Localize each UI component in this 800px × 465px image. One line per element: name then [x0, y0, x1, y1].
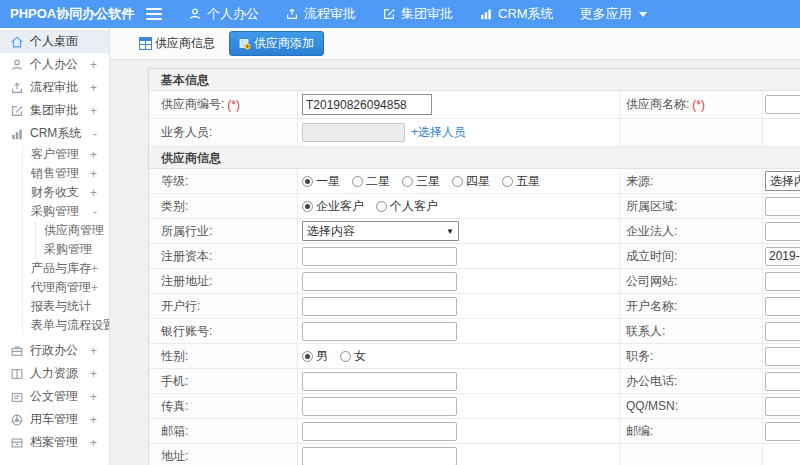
registered-address-input[interactable]	[302, 272, 457, 291]
postcode-label: 邮编:	[626, 423, 653, 440]
category-radio-personal[interactable]	[376, 201, 387, 212]
expander[interactable]: +	[90, 186, 97, 200]
sidebar-item-admin-office[interactable]: 行政办公 +	[0, 339, 109, 362]
sidebar-item-reports-stats[interactable]: 报表与统计	[23, 297, 109, 316]
level-radio-5star[interactable]	[502, 176, 513, 187]
app-logo[interactable]: PHPOA协同办公软件	[0, 5, 138, 23]
expander[interactable]: +	[90, 104, 97, 118]
job-title-input[interactable]	[765, 347, 800, 366]
sidebar-item-vehicle-mgmt[interactable]: 用车管理 +	[0, 408, 109, 431]
topnav-personal-office[interactable]: 个人办公	[188, 5, 259, 23]
sidebar-item-purchase-mgmt[interactable]: 采购管理 -	[23, 202, 109, 221]
office-phone-input[interactable]	[765, 372, 800, 391]
fax-input[interactable]	[302, 397, 457, 416]
supplier-code-input[interactable]	[302, 94, 432, 115]
bank-account-input[interactable]	[302, 322, 457, 341]
expander[interactable]: +	[90, 81, 97, 95]
email-input[interactable]	[302, 422, 457, 441]
sidebar-item-agent-mgmt[interactable]: 代理商管理 +	[23, 278, 109, 297]
chevron-down-icon: ▼	[446, 227, 454, 236]
gender-label: 性别:	[161, 348, 188, 365]
row-supplier-code: 供应商编号: (*) 供应商名称: (*)	[149, 91, 800, 119]
row-business-person: 业务人员: +选择人员	[149, 119, 800, 147]
supplier-code-label: 供应商编号:	[161, 96, 224, 113]
category-label: 类别:	[161, 198, 188, 215]
supplier-name-input[interactable]	[765, 95, 800, 114]
sidebar-item-products-inventory[interactable]: 产品与库存 +	[23, 259, 109, 278]
expander[interactable]: +	[90, 390, 97, 404]
topnav-workflow-approval[interactable]: 流程审批	[285, 5, 356, 23]
required-mark: (*)	[692, 98, 705, 112]
registered-capital-label: 注册资本:	[161, 248, 212, 265]
level-radio-2star[interactable]	[352, 176, 363, 187]
briefcase-icon	[10, 344, 24, 358]
expander[interactable]: +	[91, 262, 98, 276]
menu-toggle-icon[interactable]	[146, 8, 162, 20]
row-bank-account: 银行账号: 联系人:	[149, 319, 800, 344]
postcode-input[interactable]	[765, 422, 800, 441]
sidebar-item-form-flow-settings[interactable]: 表单与流程设置 +	[23, 316, 109, 335]
bank-input[interactable]	[302, 297, 457, 316]
expander[interactable]: +	[90, 367, 97, 381]
expander[interactable]: -	[93, 127, 97, 141]
sidebar-item-crm-system[interactable]: CRM系统 -	[0, 122, 109, 145]
level-label: 等级:	[161, 173, 188, 190]
gender-radio-female[interactable]	[340, 351, 351, 362]
expander[interactable]: +	[90, 148, 97, 162]
sidebar-item-sales-mgmt[interactable]: 销售管理 +	[23, 164, 109, 183]
founded-date-input[interactable]	[765, 247, 800, 266]
gender-radio-male[interactable]	[302, 351, 313, 362]
row-registered-address: 注册地址: 公司网站:	[149, 269, 800, 294]
sidebar-item-personal-office[interactable]: 个人办公 +	[0, 53, 109, 76]
category-radio-enterprise[interactable]	[302, 201, 313, 212]
sidebar-item-hr[interactable]: 人力资源 +	[0, 362, 109, 385]
user-icon	[188, 7, 202, 21]
contact-label: 联系人:	[626, 323, 665, 340]
qq-msn-input[interactable]	[765, 397, 800, 416]
business-person-input[interactable]	[302, 123, 405, 142]
main-content: 供应商信息 供应商添加 基本信息 供应商编号: (*) 供应商名称: (*)	[110, 28, 800, 465]
sidebar-item-supplier-mgmt[interactable]: 供应商管理	[36, 221, 109, 240]
sidebar-item-group-approval[interactable]: 集团审批 +	[0, 99, 109, 122]
sidebar-item-document-mgmt[interactable]: 公文管理 +	[0, 385, 109, 408]
expander[interactable]: +	[90, 344, 97, 358]
expander[interactable]: +	[90, 413, 97, 427]
address-input[interactable]	[302, 447, 457, 465]
expander[interactable]: +	[90, 167, 97, 181]
tab-supplier-info[interactable]: 供应商信息	[133, 31, 221, 56]
expander[interactable]: +	[90, 436, 97, 450]
sidebar-item-archive-mgmt[interactable]: 档案管理 +	[0, 431, 109, 454]
topnav-crm-system[interactable]: CRM系统	[479, 5, 554, 23]
registered-capital-input[interactable]	[302, 247, 457, 266]
source-select[interactable]: 选择内容▼	[765, 171, 800, 191]
level-radio-4star[interactable]	[452, 176, 463, 187]
topnav-group-approval[interactable]: 集团审批	[382, 5, 453, 23]
account-name-input[interactable]	[765, 297, 800, 316]
crm-submenu: 客户管理 + 销售管理 + 财务收支 + 采购管理 - 供应商管理 采购管理 产…	[22, 145, 109, 335]
sidebar-item-personal-desktop[interactable]: 个人桌面	[0, 30, 109, 53]
sidebar-item-purchasing[interactable]: 采购管理	[36, 240, 109, 259]
sidebar-item-finance[interactable]: 财务收支 +	[23, 183, 109, 202]
region-input[interactable]	[765, 197, 800, 216]
chart-icon	[10, 127, 24, 141]
website-input[interactable]	[765, 272, 800, 291]
topnav-more-apps[interactable]: 更多应用	[580, 5, 647, 23]
expander[interactable]: +	[90, 58, 97, 72]
level-radio-3star[interactable]	[402, 176, 413, 187]
topbar: PHPOA协同办公软件 个人办公 流程审批 集团审批 CRM系统 更多应用	[0, 0, 800, 28]
row-level: 等级: 一星 二星 三星 四星 五星 来源: 选择内容▼	[149, 169, 800, 194]
expander[interactable]: +	[91, 281, 98, 295]
choose-person-link[interactable]: +选择人员	[411, 124, 466, 141]
expander[interactable]: -	[93, 205, 97, 219]
document-icon	[10, 390, 24, 404]
bank-account-label: 银行账号:	[161, 323, 212, 340]
contact-input[interactable]	[765, 322, 800, 341]
legal-person-input[interactable]	[765, 222, 800, 241]
sidebar-item-workflow-approval[interactable]: 流程审批 +	[0, 76, 109, 99]
mobile-input[interactable]	[302, 372, 457, 391]
sidebar-item-customer-mgmt[interactable]: 客户管理 +	[23, 145, 109, 164]
level-radio-1star[interactable]	[302, 176, 313, 187]
mobile-label: 手机:	[161, 373, 188, 390]
tab-supplier-add[interactable]: 供应商添加	[229, 31, 324, 56]
industry-select[interactable]: 选择内容▼	[302, 221, 459, 241]
